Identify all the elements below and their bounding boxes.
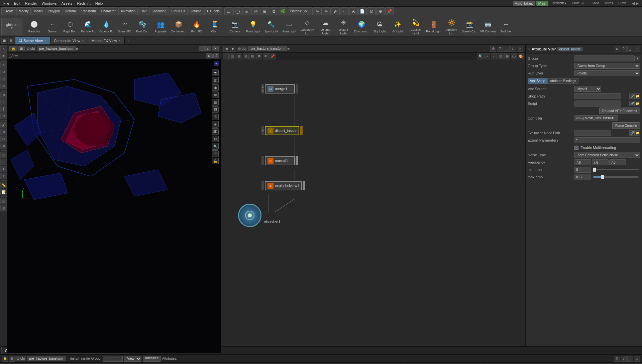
tb2-distantlight[interactable]: ☀ Distant Light	[335, 17, 352, 36]
menu-render[interactable]: Render	[23, 1, 39, 6]
ne-canvas[interactable]: M merge1 V distort_inside	[221, 60, 525, 346]
tool-obj[interactable]: ○	[0, 99, 7, 105]
tb2-skylight[interactable]: 🌤 Sky Light	[371, 18, 388, 34]
tb2-oceanfx[interactable]: 〰 Ocean FX	[116, 18, 133, 34]
ne-forward[interactable]: ▶	[230, 46, 236, 52]
vt-ortho[interactable]: ⊡	[212, 136, 219, 142]
tool-joint[interactable]: ⊙	[0, 113, 7, 119]
vt-handle[interactable]: ☰	[212, 150, 219, 157]
ne-tb-palette[interactable]: 🎨	[518, 53, 524, 59]
menu-redshift[interactable]: Redshift	[75, 1, 92, 6]
tb2-populate[interactable]: 👥 Populate	[152, 18, 169, 34]
tb2-spotlight[interactable]: 🔦 Spot Light	[262, 18, 280, 34]
ss-settings-btn[interactable]: ⚙	[614, 356, 620, 362]
tool-knife[interactable]: ✂	[0, 136, 7, 142]
ne-back[interactable]: ◀	[223, 46, 229, 52]
tb2-pointlight[interactable]: 💡 Point Light	[244, 18, 262, 34]
ne-settings-icon[interactable]: ⚙	[490, 46, 496, 52]
tb-volume[interactable]: Volume	[188, 7, 204, 15]
vt-snap[interactable]: ⊕	[212, 121, 219, 128]
attr-maxamp-input[interactable]	[574, 174, 591, 180]
vt-render[interactable]: 🖼	[212, 106, 219, 113]
tb2-portallight[interactable]: 🚪 Portal Light	[425, 18, 442, 34]
tab-motionfx[interactable]: Motion FX View ✕	[88, 37, 125, 44]
tb2-causticlight[interactable]: 💫 Caustic Light	[407, 17, 424, 36]
tb-icon-sticky[interactable]: 📌	[385, 7, 394, 15]
ne-tb-flag[interactable]: ⚑	[256, 53, 262, 59]
tb2-vrcamera[interactable]: 🥽 VR Camera	[479, 18, 497, 34]
tb-cloudfx[interactable]: Cloud FX	[169, 7, 188, 15]
spreadsheet-table[interactable]: Node P[x] P[y] P[z] deform initpos[0] in…	[0, 363, 642, 364]
main-button[interactable]: Main	[536, 1, 548, 6]
tb2-particles[interactable]: ⚪ Particles	[25, 18, 43, 34]
ne-tb-eye[interactable]: 👁	[263, 53, 269, 59]
tb2-arealight[interactable]: ▭ Area Light	[281, 18, 298, 34]
tool-add[interactable]: +	[0, 166, 7, 172]
tb-animation[interactable]: Animation	[118, 7, 138, 15]
menu-file[interactable]: File	[1, 1, 11, 6]
tb-icon-draw[interactable]: ✏	[322, 7, 331, 15]
tool-sculpt[interactable]: ⊛	[0, 129, 7, 135]
tool-soft[interactable]: ◌	[0, 152, 7, 158]
vp-node-icon[interactable]: ⊞	[18, 46, 25, 51]
ss-minimize-btn[interactable]: _	[627, 356, 633, 362]
tool-magnet[interactable]: ⊗	[0, 143, 7, 149]
tool-view[interactable]: 👁	[0, 52, 7, 59]
attr-forcecompile-btn[interactable]: Force Compile	[612, 122, 640, 129]
ne-tb-zoom-in[interactable]: +	[484, 53, 490, 59]
tb-create[interactable]: Create	[1, 7, 16, 15]
tab-composite[interactable]: Composite View ✕	[50, 37, 88, 44]
tb-polygon[interactable]: Polygon	[45, 7, 62, 15]
tb2-cloth[interactable]: 🧵 Cloth	[206, 18, 223, 34]
tb-hair[interactable]: Hair	[138, 7, 149, 15]
tb2-stereocam[interactable]: 📸 Stereo Ca...	[461, 18, 478, 34]
attr-settings-btn[interactable]: ⚙	[614, 46, 620, 52]
attr-bindings-tab[interactable]: Attribute Bindings	[548, 78, 578, 84]
attr-freq-y[interactable]	[592, 159, 609, 165]
tab-add-button[interactable]: +	[125, 37, 131, 44]
vt-3d[interactable]: 3D	[212, 128, 219, 135]
ss-intrinsics-btn[interactable]: Intrinsics	[143, 356, 160, 362]
tb-icon-circle[interactable]: ○	[340, 7, 349, 15]
tb2-envlight[interactable]: 🌍 Environm...	[353, 18, 370, 34]
tool-snap[interactable]: ⊞	[0, 205, 7, 211]
attr-runover-select[interactable]: Points	[574, 70, 640, 76]
viewport-canvas[interactable]: persp1 no cam▾	[7, 59, 221, 353]
tool-bone[interactable]: │	[0, 106, 7, 112]
tb2-particlef[interactable]: 🌊 Particle F...	[80, 18, 97, 34]
ne-close[interactable]: ✕	[517, 46, 523, 52]
tool-extrude[interactable]: ↑	[0, 173, 7, 179]
tab-motionfx-close[interactable]: ✕	[118, 39, 121, 42]
tb-model[interactable]: Model	[31, 7, 45, 15]
attr-shoppath-link[interactable]: 🔗	[629, 94, 635, 99]
tb-transform[interactable]: Transform	[79, 7, 98, 15]
attr-maxamp-thumb[interactable]	[601, 175, 604, 179]
vp-nav-icon2[interactable]: ⊟	[8, 38, 14, 44]
attr-help-btn[interactable]: ?	[621, 46, 627, 52]
tool-scale[interactable]: ⊡	[0, 75, 7, 82]
attr-shoppath-browse[interactable]: 📁	[635, 94, 640, 99]
tb-modify[interactable]: Modify	[16, 7, 31, 15]
attr-minamp-input[interactable]	[574, 167, 591, 173]
ss-node-icon[interactable]: ⊞	[9, 356, 15, 362]
tb-platonic[interactable]: Platonic Sol...	[288, 7, 313, 15]
tb2-gllight[interactable]: ✨ Gl Light	[389, 18, 406, 34]
ne-tb-layout[interactable]: ⊞	[504, 53, 510, 59]
menu-edit[interactable]: Edit	[12, 1, 22, 6]
tb-icon-rivet[interactable]: ⊕	[376, 7, 385, 15]
ne-tb-table[interactable]: ⊟	[243, 53, 249, 59]
ne-tb-search[interactable]: 🔍	[477, 53, 484, 59]
menu-arrow[interactable]: ◀ ▶	[630, 1, 641, 6]
node-normal1[interactable]: N normal1	[261, 156, 298, 165]
ne-tb-fit[interactable]: ⊡	[498, 53, 504, 59]
attr-exportparams-input[interactable]	[574, 137, 640, 143]
attr-minimize-btn[interactable]: _	[627, 46, 633, 52]
vp-close-btn[interactable]: ✕	[212, 46, 219, 51]
vp-nav-icon[interactable]: ⊞	[1, 38, 7, 44]
attr-minamp-track[interactable]	[593, 169, 639, 170]
ss-lock[interactable]: 🔒	[2, 356, 8, 362]
attr-evalnodepath-browse[interactable]: 📁	[635, 130, 640, 136]
tb2-viscous[interactable]: 💧 Viscous F...	[98, 18, 115, 34]
tb-icon-new[interactable]: ☐	[224, 7, 233, 15]
tb-tdtools[interactable]: TD Tools	[204, 7, 222, 15]
